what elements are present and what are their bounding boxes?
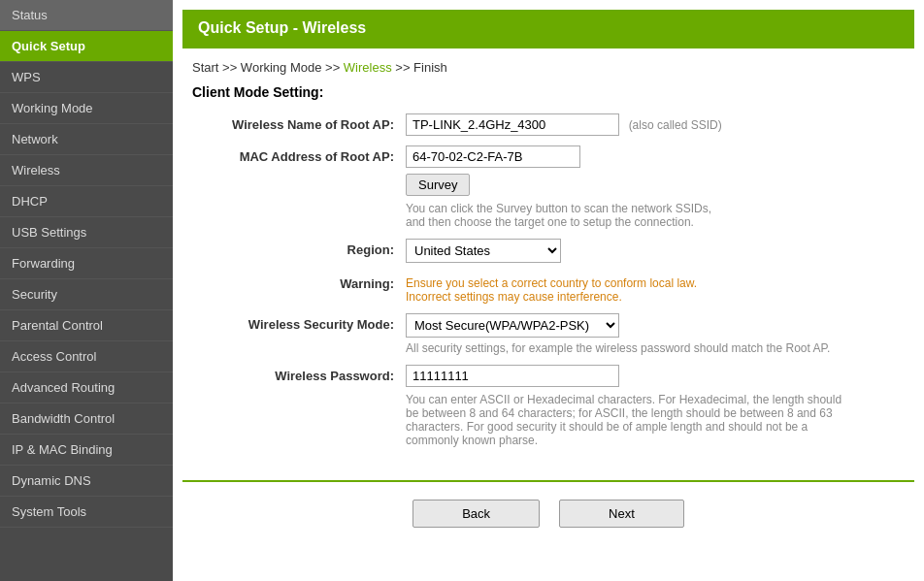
wireless-name-input[interactable] (406, 113, 619, 136)
sidebar-item-wps[interactable]: WPS (0, 62, 173, 93)
section-title: Client Mode Setting: (173, 81, 924, 113)
next-button[interactable]: Next (559, 500, 684, 528)
password-label: Wireless Password: (192, 365, 406, 383)
back-button[interactable]: Back (412, 500, 540, 528)
breadcrumb: Start >> Working Mode >> Wireless >> Fin… (173, 48, 924, 81)
sidebar-item-advanced-routing[interactable]: Advanced Routing (0, 372, 173, 403)
region-row: Region: United States Europe Asia Other (192, 239, 905, 263)
form-area: Wireless Name of Root AP: (also called S… (173, 113, 924, 467)
wireless-name-control: (also called SSID) (406, 113, 905, 136)
mac-address-row: MAC Address of Root AP: Survey You can c… (192, 145, 905, 229)
warning-row: Warning: Ensure you select a correct cou… (192, 273, 905, 304)
wireless-name-label: Wireless Name of Root AP: (192, 113, 406, 132)
sidebar-item-working-mode[interactable]: Working Mode (0, 93, 173, 124)
sidebar-item-dynamic-dns[interactable]: Dynamic DNS (0, 466, 173, 497)
mac-address-control: Survey You can click the Survey button t… (406, 145, 905, 229)
sidebar-item-forwarding[interactable]: Forwarding (0, 248, 173, 279)
page-header: Quick Setup - Wireless (182, 10, 914, 47)
survey-note: You can click the Survey button to scan … (406, 202, 852, 229)
sidebar-item-dhcp[interactable]: DHCP (0, 186, 173, 217)
breadcrumb-link[interactable]: Wireless (344, 60, 392, 75)
sidebar-item-security[interactable]: Security (0, 279, 173, 310)
warning-control: Ensure you select a correct country to c… (406, 273, 905, 304)
wireless-name-hint: (also called SSID) (623, 118, 722, 132)
security-mode-row: Wireless Security Mode: Most Secure(WPA/… (192, 313, 905, 355)
wireless-name-row: Wireless Name of Root AP: (also called S… (192, 113, 905, 136)
breadcrumb-text: Start >> Working Mode >> (192, 60, 344, 75)
region-label: Region: (192, 239, 406, 257)
button-row: Back Next (173, 492, 924, 537)
sidebar: Status Quick Setup WPS Working Mode Netw… (0, 0, 173, 581)
survey-button[interactable]: Survey (406, 174, 470, 196)
mac-address-label: MAC Address of Root AP: (192, 145, 406, 164)
bottom-divider (182, 480, 914, 482)
region-control: United States Europe Asia Other (406, 239, 905, 263)
password-control: You can enter ASCII or Hexadecimal chara… (406, 365, 905, 447)
sidebar-item-bandwidth-control[interactable]: Bandwidth Control (0, 403, 173, 435)
breadcrumb-suffix: >> Finish (392, 60, 447, 75)
sidebar-item-usb-settings[interactable]: USB Settings (0, 217, 173, 248)
warning-label: Warning: (192, 273, 406, 291)
security-mode-control: Most Secure(WPA/WPA2-PSK) WPA/WPA2-PSK W… (406, 313, 905, 355)
security-mode-label: Wireless Security Mode: (192, 313, 406, 332)
sidebar-item-wireless[interactable]: Wireless (0, 155, 173, 186)
security-mode-select[interactable]: Most Secure(WPA/WPA2-PSK) WPA/WPA2-PSK W… (406, 313, 619, 338)
main-content: Quick Setup - Wireless Start >> Working … (173, 0, 924, 581)
sidebar-item-parental-control[interactable]: Parental Control (0, 310, 173, 341)
sidebar-item-system-tools[interactable]: System Tools (0, 497, 173, 528)
sidebar-item-status[interactable]: Status (0, 0, 173, 31)
security-note: All security settings, for example the w… (406, 341, 852, 355)
region-select[interactable]: United States Europe Asia Other (406, 239, 561, 263)
password-note: You can enter ASCII or Hexadecimal chara… (406, 393, 852, 447)
warning-text: Ensure you select a correct country to c… (406, 276, 852, 304)
mac-address-input[interactable] (406, 145, 580, 168)
sidebar-item-quick-setup[interactable]: Quick Setup (0, 31, 173, 62)
sidebar-item-access-control[interactable]: Access Control (0, 341, 173, 372)
password-row: Wireless Password: You can enter ASCII o… (192, 365, 905, 447)
password-input[interactable] (406, 365, 619, 387)
sidebar-item-ip-mac-binding[interactable]: IP & MAC Binding (0, 435, 173, 466)
sidebar-item-network[interactable]: Network (0, 124, 173, 155)
